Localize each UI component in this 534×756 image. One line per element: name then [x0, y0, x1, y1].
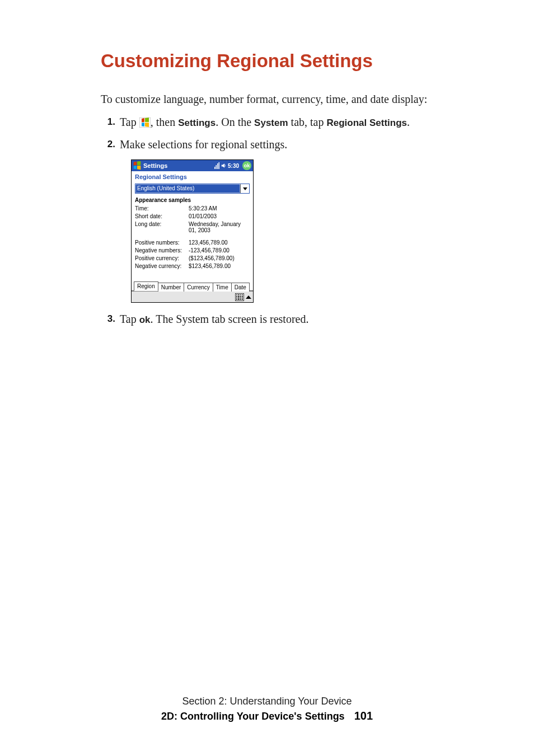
step1-text-d: tab, tap	[288, 116, 327, 128]
sample-key: Positive numbers:	[135, 240, 189, 246]
ppc-titlebar: Settings 5:30 ok	[132, 160, 253, 171]
sample-row: Positive numbers: 123,456,789.00	[135, 240, 250, 246]
svg-marker-3	[142, 123, 144, 126]
tab-time[interactable]: Time	[213, 283, 232, 292]
step1-text-b: , then	[151, 116, 178, 128]
step1-text-c: . On the	[216, 116, 254, 128]
tab-date[interactable]: Date	[231, 283, 250, 292]
sample-key: Negative currency:	[135, 263, 189, 269]
sample-value: 5:30:23 AM	[189, 205, 250, 212]
sample-row: Long date: Wednesday, January 01, 2003	[135, 221, 250, 233]
appearance-samples-label: Appearance samples	[132, 196, 253, 205]
tab-currency[interactable]: Currency	[184, 283, 213, 292]
system-bold: System	[254, 118, 288, 128]
page-heading: Customizing Regional Settings	[101, 50, 478, 72]
sample-row: Short date: 01/01/2003	[135, 213, 250, 219]
sip-up-arrow-icon[interactable]	[246, 295, 251, 299]
ok-button[interactable]: ok	[242, 161, 251, 170]
svg-marker-1	[142, 118, 144, 123]
signal-icon	[214, 162, 219, 169]
system-tray: 5:30 ok	[214, 161, 251, 170]
step-number: 2.	[101, 137, 115, 152]
start-menu-icon[interactable]	[132, 160, 143, 171]
step-3: 3. Tap ok. The System tab screen is rest…	[101, 312, 478, 327]
appearance-samples: Time: 5:30:23 AM Short date: 01/01/2003 …	[132, 205, 253, 274]
step-body: Make selections for regional settings.	[120, 137, 287, 152]
clock-time: 5:30	[228, 163, 239, 169]
step-number: 3.	[101, 312, 115, 326]
sample-value: Wednesday, January 01, 2003	[189, 221, 250, 233]
svg-marker-13	[222, 163, 224, 168]
tab-region[interactable]: Region	[134, 281, 158, 291]
keyboard-icon[interactable]	[235, 293, 244, 301]
sample-value: $123,456,789.00	[189, 263, 250, 269]
sample-key: Negative numbers:	[135, 247, 189, 253]
step1-text-a: Tap	[120, 116, 139, 128]
sample-key: Short date:	[135, 213, 189, 219]
svg-marker-6	[137, 161, 140, 165]
step-body: Tap , then Settings. On the System tab, …	[120, 115, 410, 130]
svg-marker-4	[145, 123, 149, 127]
step-number: 1.	[101, 115, 115, 129]
footer-subsection-line: 2D: Controlling Your Device's Settings 1…	[0, 710, 534, 722]
svg-marker-2	[145, 118, 149, 122]
screen-title: Regional Settings	[132, 171, 253, 184]
window-title: Settings	[143, 162, 214, 169]
steps-list: 1. Tap , then Settings. On the System ta…	[101, 115, 478, 327]
page-footer: Section 2: Understanding Your Device 2D:…	[0, 696, 534, 722]
step1-text-e: .	[407, 116, 410, 128]
svg-rect-12	[218, 162, 219, 169]
volume-icon	[221, 162, 226, 169]
sample-key: Positive currency:	[135, 255, 189, 261]
pocketpc-screenshot: Settings 5:30 ok Regional Settings Engli…	[131, 159, 254, 303]
step3-text-b: . The System tab screen is restored.	[151, 313, 309, 325]
footer-subsection: 2D: Controlling Your Device's Settings	[161, 711, 345, 722]
svg-marker-7	[134, 166, 137, 169]
sample-value: 01/01/2003	[189, 213, 250, 219]
ppc-tabstrip: Region Number Currency Time Date	[132, 280, 253, 291]
svg-rect-9	[214, 167, 216, 169]
svg-rect-10	[216, 165, 217, 169]
intro-paragraph: To customize language, number format, cu…	[101, 93, 478, 106]
tab-number[interactable]: Number	[158, 283, 185, 292]
step-2: 2. Make selections for regional settings…	[101, 137, 478, 152]
sample-value: -123,456,789.00	[189, 247, 250, 253]
svg-marker-8	[137, 166, 140, 170]
input-panel-bar	[132, 291, 253, 302]
sample-value: ($123,456,789.00)	[189, 255, 250, 261]
sample-row: Time: 5:30:23 AM	[135, 205, 250, 212]
step3-text-a: Tap	[120, 313, 139, 325]
step-body: Tap ok. The System tab screen is restore…	[120, 312, 308, 327]
sample-value: 123,456,789.00	[189, 240, 250, 246]
dropdown-arrow-icon[interactable]	[240, 184, 249, 193]
settings-bold: Settings	[178, 118, 216, 128]
windows-start-icon	[139, 116, 151, 126]
svg-marker-5	[134, 162, 137, 166]
sample-key: Time:	[135, 205, 189, 212]
sample-row: Positive currency: ($123,456,789.00)	[135, 255, 250, 261]
ok-bold: ok	[139, 314, 151, 325]
footer-section: Section 2: Understanding Your Device	[0, 696, 534, 707]
sample-row: Negative currency: $123,456,789.00	[135, 263, 250, 269]
locale-dropdown-value: English (United States)	[135, 184, 240, 193]
page-number: 101	[354, 710, 373, 722]
svg-rect-11	[217, 163, 218, 169]
locale-dropdown[interactable]: English (United States)	[135, 184, 250, 194]
step-1: 1. Tap , then Settings. On the System ta…	[101, 115, 478, 130]
regional-settings-bold: Regional Settings	[326, 118, 407, 128]
sample-key: Long date:	[135, 221, 189, 233]
sample-row: Negative numbers: -123,456,789.00	[135, 247, 250, 253]
